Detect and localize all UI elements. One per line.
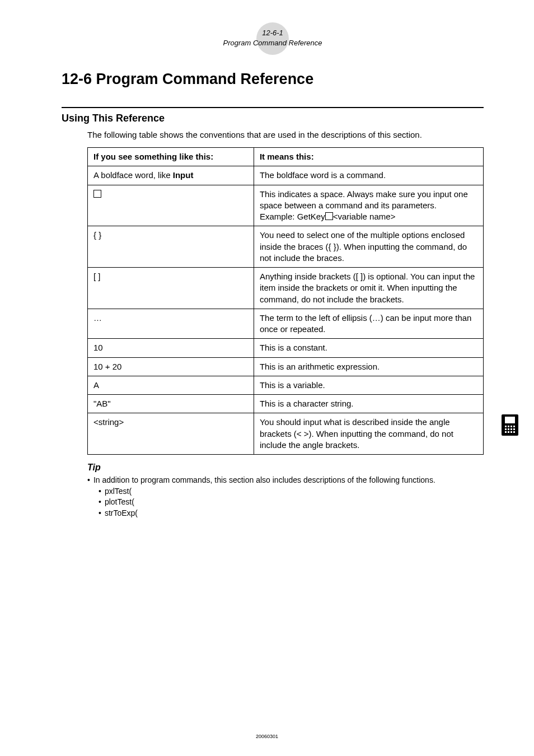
horizontal-rule bbox=[62, 107, 484, 108]
table-cell-right: This is a constant. bbox=[254, 339, 483, 357]
table-row: "AB"This is a character string. bbox=[88, 395, 484, 413]
tip-sub-item: •pxlTest( bbox=[99, 486, 484, 497]
table-cell-right: This is a variable. bbox=[254, 376, 483, 394]
calculator-icon bbox=[502, 414, 518, 436]
bullet-dot: • bbox=[87, 475, 90, 486]
intro-paragraph: The following table shows the convention… bbox=[87, 130, 484, 139]
table-cell-right: This is an arithmetic expression. bbox=[254, 357, 483, 376]
header-pageref: 12-6-1 bbox=[262, 29, 283, 37]
table-cell-right: The term to the left of ellipsis (…) can… bbox=[254, 309, 483, 339]
tip-sub-item: •strToExp( bbox=[99, 508, 484, 519]
table-cell-left: 10 bbox=[88, 339, 254, 357]
footer-date: 20060301 bbox=[256, 734, 278, 739]
tip-heading: Tip bbox=[87, 463, 484, 473]
table-cell-left bbox=[88, 185, 254, 226]
table-row: A boldface word, like InputThe boldface … bbox=[88, 166, 484, 185]
table-cell-left: <string> bbox=[88, 413, 254, 455]
table-cell-left: [ ] bbox=[88, 268, 254, 309]
table-header-left: If you see something like this: bbox=[88, 148, 254, 166]
table-row: …The term to the left of ellipsis (…) ca… bbox=[88, 309, 484, 339]
tip-sub-text: strToExp( bbox=[105, 508, 138, 519]
table-header-right: It means this: bbox=[254, 148, 483, 166]
table-row: 10 + 20This is an arithmetic expression. bbox=[88, 357, 484, 376]
table-row: AThis is a variable. bbox=[88, 376, 484, 394]
table-cell-right: The boldface word is a command. bbox=[254, 166, 483, 185]
bullet-dot: • bbox=[99, 486, 101, 497]
tip-main-text: In addition to program commands, this se… bbox=[93, 475, 435, 486]
tip-sub-text: pxlTest( bbox=[105, 486, 132, 497]
page-header: 12-6-1 Program Command Reference bbox=[62, 22, 484, 56]
subsection-heading: Using This Reference bbox=[62, 113, 484, 124]
table-cell-right: Anything inside brackets ([ ]) is option… bbox=[254, 268, 483, 309]
tip-body: • In addition to program commands, this … bbox=[87, 475, 484, 519]
table-cell-left: 10 + 20 bbox=[88, 357, 254, 376]
table-cell-right: You need to select one of the multiple o… bbox=[254, 226, 483, 268]
header-text: 12-6-1 Program Command Reference bbox=[223, 28, 322, 48]
section-title: 12-6 Program Command Reference bbox=[62, 71, 484, 88]
table-cell-left: { } bbox=[88, 226, 254, 268]
reference-table: If you see something like this: It means… bbox=[87, 147, 484, 455]
tip-sub-item: •plotTest( bbox=[99, 497, 484, 508]
table-cell-left: … bbox=[88, 309, 254, 339]
table-row: { }You need to select one of the multipl… bbox=[88, 226, 484, 268]
table-cell-left: A boldface word, like Input bbox=[88, 166, 254, 185]
tip-sub-text: plotTest( bbox=[105, 497, 134, 508]
table-cell-left: "AB" bbox=[88, 395, 254, 413]
table-cell-right: This indicates a space. Always make sure… bbox=[254, 185, 483, 226]
table-cell-right: You should input what is described insid… bbox=[254, 413, 483, 455]
table-cell-right: This is a character string. bbox=[254, 395, 483, 413]
table-row: This indicates a space. Always make sure… bbox=[88, 185, 484, 226]
header-title: Program Command Reference bbox=[223, 39, 322, 47]
table-row: <string>You should input what is describ… bbox=[88, 413, 484, 455]
table-cell-left: A bbox=[88, 376, 254, 394]
table-row: 10This is a constant. bbox=[88, 339, 484, 357]
bullet-dot: • bbox=[99, 508, 101, 519]
table-row: [ ]Anything inside brackets ([ ]) is opt… bbox=[88, 268, 484, 309]
bullet-dot: • bbox=[99, 497, 101, 508]
